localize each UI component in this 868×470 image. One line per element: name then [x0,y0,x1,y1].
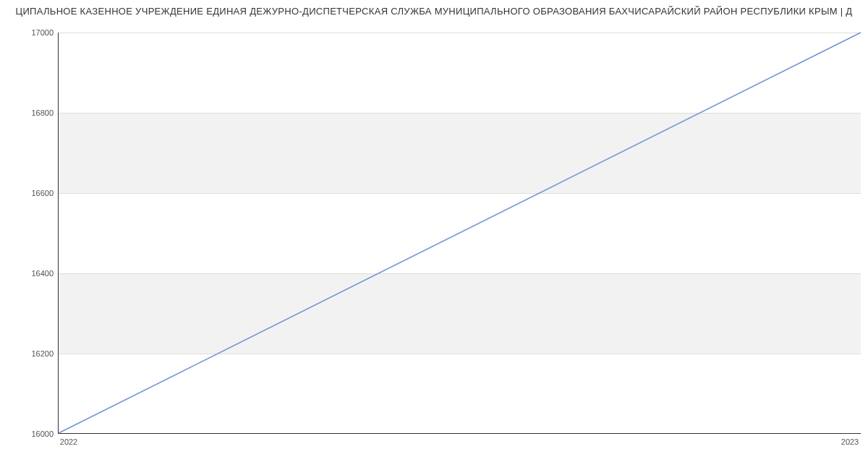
plot-area [58,33,861,434]
y-tick-16400: 16400 [10,269,54,278]
y-tick-16600: 16600 [10,189,54,197]
line-series [59,33,861,433]
y-tick-16200: 16200 [10,349,54,358]
y-tick-17000: 17000 [10,28,54,37]
data-line [59,33,861,433]
x-tick-2023: 2023 [841,437,859,446]
chart-container: ЦИПАЛЬНОЕ КАЗЕННОЕ УЧРЕЖДЕНИЕ ЕДИНАЯ ДЕЖ… [0,0,868,470]
y-tick-16000: 16000 [10,430,54,438]
chart-title: ЦИПАЛЬНОЕ КАЗЕННОЕ УЧРЕЖДЕНИЕ ЕДИНАЯ ДЕЖ… [0,6,868,17]
x-tick-2022: 2022 [60,437,77,446]
y-tick-16800: 16800 [10,108,54,117]
